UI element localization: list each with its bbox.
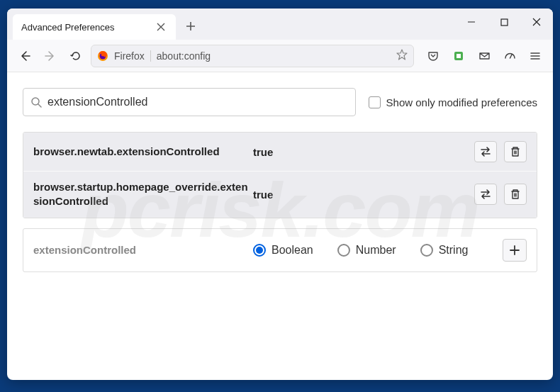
url-bar[interactable]: Firefox about:config (91, 45, 414, 67)
identity-label: Firefox (114, 50, 151, 62)
toggle-icon (479, 147, 492, 157)
pocket-icon (427, 50, 439, 62)
svg-rect-0 (501, 19, 508, 26)
radio-label: String (439, 244, 469, 257)
add-preference-row: extensionControlled Boolean Number Strin… (23, 228, 537, 272)
radio-input[interactable] (337, 244, 350, 257)
close-window-button[interactable] (520, 9, 553, 35)
plus-icon (186, 21, 196, 31)
star-icon (396, 49, 408, 60)
hamburger-icon (530, 50, 541, 62)
svg-rect-4 (457, 54, 461, 58)
preference-actions (474, 141, 527, 162)
maximize-icon (500, 18, 508, 26)
firefox-icon (97, 50, 108, 62)
preference-actions (474, 184, 527, 205)
mail-icon (478, 50, 491, 62)
toggle-button[interactable] (474, 141, 497, 162)
radio-input[interactable] (253, 244, 266, 257)
plus-icon (510, 245, 520, 255)
toggle-icon (479, 189, 492, 199)
search-input[interactable] (47, 96, 348, 108)
gauge-icon (504, 50, 516, 62)
app-menu-button[interactable] (525, 45, 546, 67)
reload-button[interactable] (65, 45, 86, 67)
close-icon (532, 18, 541, 26)
about-config-content: Show only modified preferences browser.n… (7, 72, 553, 288)
preference-row[interactable]: browser.newtab.extensionControlled true (23, 133, 537, 172)
new-tab-button[interactable] (180, 16, 201, 37)
add-button[interactable] (503, 239, 527, 262)
search-box[interactable] (23, 88, 356, 116)
extension-button[interactable] (448, 45, 469, 67)
preference-value: true (253, 189, 474, 201)
url-text: about:config (157, 50, 391, 62)
back-button[interactable] (14, 45, 35, 67)
trash-icon (510, 146, 520, 157)
navigation-toolbar: Firefox about:config (7, 40, 553, 72)
modified-only-checkbox[interactable] (369, 96, 381, 108)
delete-button[interactable] (504, 141, 527, 162)
minimize-button[interactable] (455, 9, 488, 35)
reload-icon (70, 50, 82, 62)
preference-name: browser.newtab.extensionControlled (33, 145, 253, 159)
type-radio-group: Boolean Number String (253, 244, 503, 257)
radio-number[interactable]: Number (337, 244, 396, 257)
close-icon (157, 23, 165, 31)
preferences-table: browser.newtab.extensionControlled true … (23, 132, 537, 218)
radio-input[interactable] (420, 244, 433, 257)
toggle-button[interactable] (474, 184, 497, 205)
preference-name: browser.startup.homepage_override.extens… (33, 180, 253, 209)
forward-button[interactable] (40, 45, 61, 67)
window-controls (455, 9, 553, 37)
radio-string[interactable]: String (420, 244, 469, 257)
radio-boolean[interactable]: Boolean (253, 244, 313, 257)
bookmark-star-button[interactable] (396, 49, 408, 62)
modified-only-label: Show only modified preferences (386, 96, 537, 108)
search-row: Show only modified preferences (23, 88, 537, 116)
maximize-button[interactable] (488, 9, 520, 35)
mail-button[interactable] (474, 45, 495, 67)
radio-label: Boolean (271, 244, 313, 257)
search-icon (30, 96, 42, 108)
preference-value: true (253, 146, 474, 158)
add-preference-name: extensionControlled (33, 244, 253, 256)
delete-button[interactable] (504, 184, 527, 205)
modified-only-option[interactable]: Show only modified preferences (369, 96, 537, 108)
browser-window: Advanced Preferences Firefox about:confi… (7, 9, 553, 380)
tab-title: Advanced Preferences (21, 22, 115, 33)
browser-tab[interactable]: Advanced Preferences (13, 14, 176, 40)
arrow-left-icon (19, 50, 30, 62)
toolbar-actions (422, 45, 546, 67)
titlebar: Advanced Preferences (7, 9, 553, 40)
extension-icon (453, 50, 464, 62)
arrow-right-icon (45, 50, 56, 62)
preference-row[interactable]: browser.startup.homepage_override.extens… (23, 172, 537, 218)
trash-icon (510, 189, 520, 200)
dashboard-button[interactable] (499, 45, 520, 67)
radio-label: Number (356, 244, 396, 257)
minimize-icon (467, 18, 476, 26)
pocket-button[interactable] (422, 45, 444, 67)
close-tab-button[interactable] (155, 21, 167, 33)
